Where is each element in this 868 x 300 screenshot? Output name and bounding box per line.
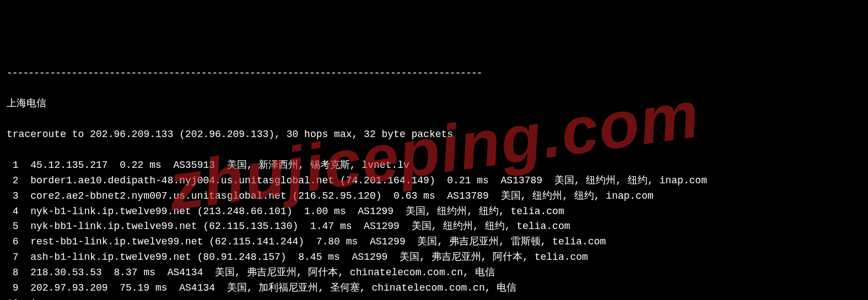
traceroute-header: traceroute to 202.96.209.133 (202.96.209… [7,127,861,143]
hop-number: 4 [7,204,19,220]
hop-row: 5nyk-bb1-link.ip.twelve99.net (62.115.13… [7,219,861,234]
hop-number: 7 [7,250,19,265]
hop-number: 3 [7,189,19,204]
hop-details: nyk-b1-link.ip.twelve99.net (213.248.66.… [30,206,564,217]
hop-row: 8218.30.53.53 8.37 ms AS4134 美国, 弗吉尼亚州, … [7,265,861,281]
hop-row: 6rest-bb1-link.ip.twelve99.net (62.115.1… [7,234,861,250]
hop-number: 2 [7,173,19,189]
hop-row: 145.12.135.217 0.22 ms AS35913 美国, 新泽西州,… [7,158,861,173]
hop-details: 45.12.135.217 0.22 ms AS35913 美国, 新泽西州, … [30,160,409,171]
hop-details: 218.30.53.53 8.37 ms AS4134 美国, 弗吉尼亚州, 阿… [30,267,495,278]
hop-number: 6 [7,234,19,250]
hop-row: 2border1.ae10.dedipath-48.nyj004.us.unit… [7,173,861,189]
hop-details: ash-b1-link.ip.twelve99.net (80.91.248.1… [30,252,588,263]
hop-number: 10 [7,296,19,300]
hop-details: 202.97.93.209 75.19 ms AS4134 美国, 加利福尼亚州… [30,282,516,293]
hop-details: core2.ae2-bbnet2.nym007.us.unitasglobal.… [30,190,654,201]
traceroute-hops: 145.12.135.217 0.22 ms AS35913 美国, 新泽西州,… [7,158,861,300]
hop-row: 4nyk-b1-link.ip.twelve99.net (213.248.66… [7,204,861,220]
hop-details: nyk-bb1-link.ip.twelve99.net (62.115.135… [30,221,570,232]
hop-row: 10* [7,296,861,300]
hop-row: 9202.97.93.209 75.19 ms AS4134 美国, 加利福尼亚… [7,281,861,296]
hop-details: rest-bb1-link.ip.twelve99.net (62.115.14… [30,236,606,247]
separator-line: ----------------------------------------… [7,66,861,81]
hop-row: 7ash-b1-link.ip.twelve99.net (80.91.248.… [7,250,861,265]
hop-row: 3core2.ae2-bbnet2.nym007.us.unitasglobal… [7,189,861,204]
hop-number: 8 [7,265,19,281]
hop-number: 1 [7,158,19,173]
hop-number: 9 [7,281,19,296]
hop-details: border1.ae10.dedipath-48.nyj004.us.unita… [30,175,707,186]
location-isp-label: 上海电信 [7,96,861,112]
hop-details: * [30,298,36,300]
hop-number: 5 [7,219,19,234]
